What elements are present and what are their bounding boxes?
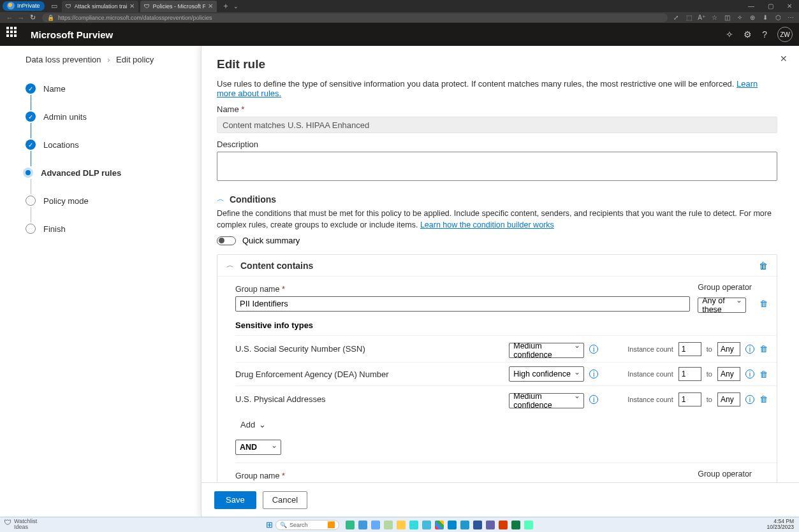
group-name-label: Group name * (235, 471, 690, 480)
app-icon[interactable] (524, 521, 533, 529)
rule-description-field[interactable] (217, 152, 777, 181)
reload-button[interactable]: ↻ (27, 13, 38, 22)
tab-close-icon[interactable]: ✕ (129, 3, 135, 10)
group-join-select[interactable]: AND (235, 440, 281, 455)
wizard-step-admin-units[interactable]: ✓ Admin units (26, 110, 186, 123)
read-aloud-icon[interactable]: A⁺ (697, 14, 706, 21)
info-icon[interactable]: i (589, 370, 598, 378)
info-icon[interactable]: i (745, 370, 754, 378)
app-icon[interactable] (511, 521, 520, 529)
edit-rule-panel: Edit rule Use rules to define the type o… (201, 46, 799, 517)
sensitive-info-row: U.S. Social Security Number (SSN) Medium… (235, 335, 777, 362)
delete-sit-icon[interactable]: 🗑 (759, 370, 768, 379)
wizard-step-policy-mode[interactable]: Policy mode (26, 194, 186, 207)
wizard-step-finish[interactable]: Finish (26, 222, 186, 235)
rule-name-field: Content matches U.S. HIPAA Enhanced (217, 117, 777, 133)
address-bar[interactable]: 🔒 https://compliance.microsoft.com/datal… (42, 13, 668, 22)
browser-tab-strip: InPrivate ▭ 🛡 Attack simulation training… (0, 0, 799, 12)
favorites-bar-icon[interactable]: ✧ (735, 14, 744, 21)
delete-sit-icon[interactable]: 🗑 (759, 394, 768, 404)
wizard-step-locations[interactable]: ✓ Locations (26, 138, 186, 151)
app-icon[interactable] (384, 521, 393, 529)
more-icon[interactable]: ⋯ (786, 14, 795, 21)
panel-intro: Use rules to define the type of sensitiv… (217, 79, 777, 98)
avatar[interactable]: ZW (777, 27, 793, 42)
breadcrumb-root[interactable]: Data loss prevention (26, 55, 101, 64)
add-sit-button[interactable]: Add ⌄ (235, 417, 271, 432)
app-icon[interactable] (371, 521, 380, 529)
new-tab-button[interactable]: ＋ (222, 1, 230, 11)
collections-icon[interactable]: ⊕ (748, 14, 757, 21)
wizard-step-advanced-dlp-rules[interactable]: Advanced DLP rules (26, 166, 186, 179)
taskbar-widget[interactable]: 🛡 Watchlist Ideas (4, 519, 37, 530)
browser-tab[interactable]: 🛡 Policies - Microsoft Purview ✕ (140, 1, 217, 12)
wizard-step-name[interactable]: ✓ Name (26, 82, 186, 95)
taskbar-search[interactable]: 🔍 Search 🟧 (275, 520, 339, 530)
taskbar-clock[interactable]: 4:54 PM 10/23/2023 (766, 519, 794, 531)
split-icon[interactable]: ◫ (722, 14, 731, 21)
app-icon[interactable] (346, 521, 355, 529)
search-extra-icon: 🟧 (327, 521, 335, 528)
extension-icon[interactable]: ⬡ (773, 14, 782, 21)
tab-close-icon[interactable]: ✕ (208, 3, 213, 10)
conditions-header[interactable]: ︿ Conditions (217, 194, 777, 205)
window-close-button[interactable]: ✕ (780, 1, 799, 12)
save-button[interactable]: Save (214, 491, 256, 509)
tracking-icon[interactable]: ⬚ (684, 14, 693, 21)
app-icon[interactable] (409, 521, 418, 529)
info-icon[interactable]: i (589, 395, 598, 404)
start-button[interactable]: ⊞ (266, 520, 273, 529)
delete-condition-icon[interactable]: 🗑 (759, 261, 768, 271)
download-icon[interactable]: ⬇ (761, 14, 770, 21)
app-icon[interactable] (397, 521, 406, 529)
app-icon[interactable] (358, 521, 367, 529)
browser-tab[interactable]: 🛡 Attack simulation training - Mic ✕ (62, 1, 138, 12)
instance-max-input[interactable] (717, 342, 740, 356)
instance-min-input[interactable] (678, 367, 701, 381)
feedback-icon[interactable]: ✧ (726, 29, 733, 40)
app-icon[interactable] (448, 521, 457, 529)
group-name-input[interactable] (235, 296, 690, 312)
app-icon[interactable] (473, 521, 482, 529)
info-icon[interactable]: i (745, 395, 754, 404)
tab-title: Policies - Microsoft Purview (153, 3, 205, 10)
delete-sit-icon[interactable]: 🗑 (759, 344, 768, 354)
confidence-select[interactable]: High confidence (509, 366, 584, 382)
window-maximize-button[interactable]: ▢ (761, 1, 780, 12)
url-text: https://compliance.microsoft.com/datalos… (58, 15, 212, 21)
settings-gear-icon[interactable]: ⚙ (744, 29, 752, 40)
instance-max-input[interactable] (717, 367, 740, 381)
chevron-up-icon[interactable]: ︿ (217, 194, 224, 205)
quick-summary-toggle[interactable] (217, 236, 236, 245)
app-icon[interactable] (435, 521, 444, 529)
zoom-icon[interactable]: ⤢ (671, 14, 680, 21)
chevron-up-icon[interactable]: ︿ (226, 260, 234, 271)
tab-actions-icon[interactable]: ▭ (48, 2, 60, 10)
instance-max-input[interactable] (717, 392, 740, 406)
confidence-select[interactable]: Medium confidence (509, 343, 584, 358)
app-icon[interactable] (460, 521, 469, 529)
info-icon[interactable]: i (589, 345, 598, 354)
favorite-icon[interactable]: ☆ (710, 14, 719, 21)
info-icon[interactable]: i (745, 345, 754, 354)
confidence-select[interactable]: Medium confidence (509, 393, 584, 408)
chevron-right-icon: › (107, 55, 110, 64)
instance-min-input[interactable] (678, 392, 701, 406)
tab-overflow-icon[interactable]: ⌄ (233, 3, 238, 10)
check-icon: ✓ (26, 140, 36, 150)
window-minimize-button[interactable]: ― (742, 1, 761, 12)
inprivate-badge: InPrivate (3, 1, 45, 11)
delete-group-icon[interactable]: 🗑 (759, 299, 768, 308)
app-icon[interactable] (499, 521, 508, 529)
app-launcher-icon[interactable] (6, 27, 22, 42)
back-button[interactable]: ← (4, 14, 15, 22)
panel-close-button[interactable]: ✕ (780, 54, 788, 64)
check-icon: ✓ (26, 83, 36, 94)
app-icon[interactable] (486, 521, 495, 529)
instance-min-input[interactable] (678, 342, 701, 356)
group-operator-select[interactable]: Any of these (698, 298, 746, 313)
condition-builder-link[interactable]: Learn how the condition builder works (420, 220, 554, 229)
help-icon[interactable]: ? (762, 29, 767, 40)
app-icon[interactable] (422, 521, 431, 529)
cancel-button[interactable]: Cancel (263, 491, 307, 509)
